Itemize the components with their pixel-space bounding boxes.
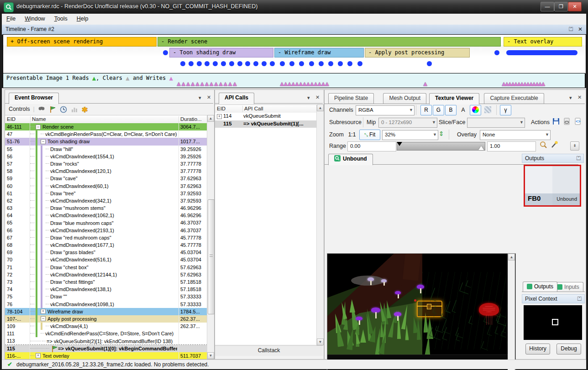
event-row-63[interactable]: 63Draw "mushroom stems"46.96296 <box>5 204 207 212</box>
range-min-input[interactable]: 0.00 <box>347 141 396 151</box>
code-icon[interactable]: <> <box>574 117 583 126</box>
panel-close-icon[interactable]: ✕ <box>207 94 211 100</box>
event-row-64[interactable]: 64vkCmdDrawIndexed(1062,1)46.96296 <box>5 212 207 219</box>
event-row-46-111[interactable]: 46-111−Render scene3064.7... <box>5 123 207 130</box>
event-row-69[interactable]: 69Draw "grass blades"45.03704 <box>5 249 207 256</box>
api-call-row-114[interactable]: +114vkQueueSubmit <box>215 113 316 120</box>
event-row-47[interactable]: 47vkCmdBeginRenderPass(C=Clear, D=Clear,… <box>5 130 207 138</box>
event-row-59[interactable]: 59Draw "cave"37.62963 <box>5 175 207 182</box>
event-row-70[interactable]: 70vkCmdDrawIndexed(516,1)45.03704 <box>5 256 207 263</box>
col-name[interactable]: Name <box>30 116 179 123</box>
col-eid[interactable]: EID <box>5 116 31 123</box>
tab-unbound-texture[interactable]: Unbound <box>328 154 373 165</box>
panel-menu-icon[interactable]: ▾ <box>199 95 201 101</box>
timeline-marker-off-screen-scene-rendering[interactable]: + Off-screen scene rendering <box>7 37 157 47</box>
overlay-combo[interactable]: None▼ <box>480 130 551 140</box>
event-row-74[interactable]: 74vkCmdDrawIndexed(138,1)57.18518 <box>5 286 207 293</box>
channels-combo[interactable]: RGBA▼ <box>356 105 415 115</box>
event-row-111[interactable]: 111vkCmdEndRenderPass(C=Store, D=Store, … <box>5 330 207 337</box>
event-row-55[interactable]: 55Draw "hill"39.25926 <box>5 146 207 153</box>
menu-window[interactable]: Window <box>20 14 49 24</box>
col-duration[interactable]: Duratio... <box>178 116 207 123</box>
scroll-down-icon[interactable]: ▼ <box>317 339 324 345</box>
expander-icon[interactable]: + <box>41 309 46 314</box>
event-row-57[interactable]: 57Draw "rocks"37.77778 <box>5 160 207 167</box>
event-row-75[interactable]: 75Draw ""57.33333 <box>5 293 207 300</box>
event-row-72[interactable]: 72vkCmdDrawIndexed(12144,1)57.62963 <box>5 271 207 278</box>
tab-capture-executable[interactable]: Capture Executable <box>484 93 544 104</box>
mip-combo[interactable]: 0 - 1272x690▼ <box>378 118 437 128</box>
event-row-62[interactable]: 62vkCmdDrawIndexed(342,1)37.92593 <box>5 197 207 204</box>
timeline-marker-render-scene[interactable]: - Render scene <box>158 37 501 47</box>
tab-api-calls[interactable]: API Calls <box>219 93 254 104</box>
panel-menu-icon[interactable]: ▾ <box>307 95 310 101</box>
event-row-66[interactable]: 66vkCmdDrawIndexed(2193,1)46.37037 <box>5 227 207 234</box>
event-row-60[interactable]: 60vkCmdDrawIndexed(60,1)37.62963 <box>5 182 207 190</box>
pin-icon[interactable]: ⏍ <box>569 26 573 32</box>
viewport-vscrollbar[interactable]: ▲ ▼ <box>508 254 515 370</box>
event-row-58[interactable]: 58vkCmdDrawIndexed(120,1)37.77778 <box>5 167 207 175</box>
timeline-marker-apply-post-processing[interactable]: - Apply post processing <box>365 48 470 57</box>
event-row-116-...[interactable]: 116-...+Text overlay511.7037 <box>5 352 207 359</box>
channel-b-button[interactable]: B <box>445 105 457 115</box>
range-white-handle[interactable] <box>478 146 484 150</box>
checker-button[interactable] <box>482 105 493 115</box>
wand-icon[interactable] <box>550 141 559 150</box>
scroll-up-icon[interactable]: ▲ <box>508 254 515 261</box>
api-calls-scrollbar[interactable]: ▲ ▼ <box>316 104 324 345</box>
event-row-109[interactable]: 109vkCmdDraw(4,1)262.37... <box>5 323 207 330</box>
event-browser-scrollbar[interactable]: ▲ ▼ <box>207 115 214 359</box>
star-icon[interactable]: ✱✱ <box>81 105 89 114</box>
panel-close-icon[interactable]: ✕ <box>315 94 320 100</box>
event-row-115[interactable]: 115=> vkQueueSubmit(1)[0]: vkBeginComman… <box>5 345 207 352</box>
event-row-113[interactable]: 113=> vkQueueSubmit(2)[1]: vkEndCommandB… <box>5 337 207 344</box>
tab-pipeline-state[interactable]: Pipeline State <box>328 93 374 104</box>
channel-a-button[interactable]: A <box>457 105 469 115</box>
pixel-context-view[interactable] <box>524 305 582 340</box>
pin-icon[interactable]: ⏍ <box>577 154 581 163</box>
event-row-67[interactable]: 67Draw "red mushroom caps"45.77778 <box>5 234 207 241</box>
range-black-handle[interactable] <box>397 142 402 146</box>
col-eid[interactable]: EID <box>215 106 243 112</box>
history-button[interactable]: History <box>525 344 550 354</box>
expander-icon[interactable]: − <box>36 125 41 130</box>
colorwheel-button[interactable] <box>470 105 481 115</box>
maximize-button[interactable]: ❐ <box>554 2 568 11</box>
expander-icon[interactable]: − <box>41 316 46 321</box>
event-row-73[interactable]: 73Draw "chest fittings"57.18518 <box>5 278 207 286</box>
close-panel-icon[interactable]: ✕ <box>578 26 583 32</box>
gamma-button[interactable]: γ <box>500 105 511 115</box>
find-icon[interactable] <box>37 105 46 114</box>
col-api-call[interactable]: API Call <box>242 106 316 112</box>
sliceface-combo[interactable]: ▼ <box>467 118 525 128</box>
timeline-marker-text-overlay[interactable]: - Text overlay <box>504 37 582 47</box>
tab-event-browser[interactable]: Event Browser <box>9 93 59 104</box>
menu-help[interactable]: Help <box>72 14 93 24</box>
scroll-down-icon[interactable]: ▼ <box>207 352 214 359</box>
close-button[interactable]: ✕ <box>568 2 582 11</box>
timeline-marker-wireframe-draw[interactable]: - Wireframe draw <box>274 48 364 57</box>
channel-r-button[interactable]: R <box>420 105 432 115</box>
flag-icon[interactable] <box>48 105 57 114</box>
texture-viewport[interactable]: ▲ ▼ ◄ ► <box>327 253 516 370</box>
callstack-label[interactable]: Callstack <box>215 345 323 356</box>
clock-icon[interactable] <box>59 105 68 114</box>
range-slider[interactable] <box>397 142 485 151</box>
flip-y-icon[interactable]: ⇕ <box>439 130 444 137</box>
panel-menu-icon[interactable]: ▾ <box>569 95 572 101</box>
timeline-marker-toon-shading-draw[interactable]: - Toon shading draw <box>169 48 273 57</box>
expander-icon[interactable]: − <box>41 139 46 144</box>
fb0-thumbnail[interactable]: FB0 Unbound <box>524 165 581 207</box>
scroll-up-icon[interactable]: ▲ <box>317 104 324 111</box>
event-row-68[interactable]: 68vkCmdDrawIndexed(1677,1)45.77778 <box>5 241 207 249</box>
event-row-71[interactable]: 71Draw "chest box"57.62963 <box>5 264 207 271</box>
range-max-input[interactable]: 1.00 <box>487 141 536 151</box>
magnifier-icon[interactable] <box>539 141 548 150</box>
event-row-65[interactable]: 65Draw "blue mushroom caps"46.37037 <box>5 219 207 226</box>
menu-file[interactable]: File <box>2 14 20 24</box>
event-row-51-76[interactable]: 51-76−Toon shading draw1017.7... <box>5 138 207 145</box>
zoom-fit-button[interactable]: ⤡ Fit <box>359 130 380 140</box>
zoom-1to1-button[interactable]: 1:1 <box>346 130 358 140</box>
event-row-76[interactable]: 76vkCmdDrawIndexed(1098,1)57.33333 <box>5 301 207 308</box>
channel-g-button[interactable]: G <box>433 105 444 115</box>
